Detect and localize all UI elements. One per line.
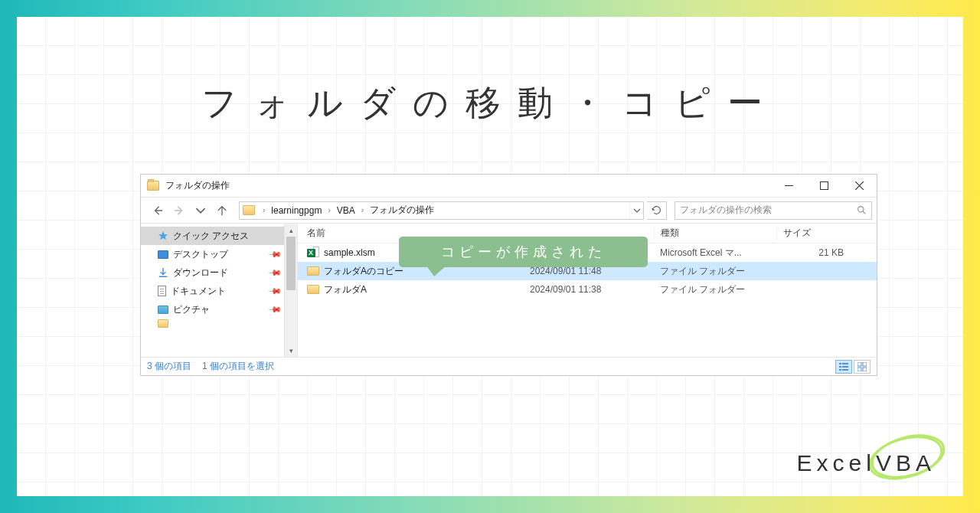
col-type[interactable]: 種類 — [654, 227, 776, 240]
back-button[interactable] — [149, 201, 167, 220]
excel-icon: X — [307, 247, 319, 259]
svg-rect-10 — [863, 362, 867, 366]
cell-date: 2024/09/01 11:38 — [524, 284, 654, 295]
arrow-up-icon — [217, 205, 227, 216]
nav-scrollbar[interactable]: ▴ ▾ — [284, 224, 297, 357]
minimize-icon — [785, 181, 793, 190]
callout-text: コピーが作成された — [441, 243, 606, 261]
status-count: 3 個の項目 — [147, 360, 191, 373]
headline-part3: ・ — [570, 83, 622, 123]
svg-rect-7 — [839, 369, 841, 371]
brand-text: ExcelVBA — [797, 450, 936, 476]
scroll-down-button[interactable]: ▾ — [285, 344, 297, 357]
file-name: フォルダA — [324, 283, 367, 296]
cell-date: 2024/09/01 11:48 — [524, 266, 654, 276]
download-icon — [158, 267, 168, 278]
sidebar-item-desktop[interactable]: デスクトップ 📌 — [141, 245, 297, 263]
svg-rect-4 — [842, 363, 848, 364]
svg-rect-11 — [858, 368, 861, 371]
view-details-button[interactable] — [835, 360, 852, 374]
arrow-left-icon — [152, 205, 163, 216]
minimize-button[interactable] — [771, 175, 806, 198]
chevron-right-icon: › — [361, 206, 364, 214]
sidebar-item-quick-access[interactable]: クイック アクセス — [141, 227, 297, 245]
svg-rect-9 — [858, 362, 861, 366]
folder-icon — [307, 266, 319, 276]
pin-icon: 📌 — [267, 265, 282, 279]
refresh-icon — [652, 205, 662, 215]
star-icon — [158, 230, 168, 241]
sidebar-item-documents[interactable]: ドキュメント 📌 — [141, 282, 297, 300]
breadcrumb-item[interactable]: VBA — [337, 205, 355, 216]
address-dropdown[interactable] — [629, 202, 643, 219]
chevron-right-icon: › — [263, 206, 265, 214]
document-icon — [158, 286, 166, 296]
scroll-thumb[interactable] — [286, 237, 296, 290]
svg-rect-5 — [839, 366, 841, 368]
address-bar[interactable]: › learningpgm › VBA › フォルダの操作 — [239, 201, 644, 220]
pin-icon: 📌 — [267, 302, 282, 316]
headline-part4: コピー — [622, 83, 779, 123]
scroll-track[interactable] — [285, 237, 297, 344]
svg-rect-6 — [842, 366, 848, 368]
forward-button[interactable] — [170, 201, 188, 220]
chevron-right-icon: › — [328, 206, 330, 214]
sidebar-label: ピクチャ — [173, 303, 210, 316]
icons-view-icon — [858, 362, 867, 371]
headline-part2: 移動 — [466, 83, 570, 123]
breadcrumb-item[interactable]: learningpgm — [271, 205, 322, 216]
chevron-down-icon — [195, 205, 206, 216]
svg-point-2 — [858, 207, 864, 212]
cell-type: ファイル フォルダー — [654, 283, 776, 296]
desktop-icon — [158, 250, 168, 259]
window-title: フォルダの操作 — [165, 179, 230, 192]
status-bar: 3 個の項目 1 個の項目を選択 — [141, 357, 877, 375]
headline-part1: フォルダの — [201, 83, 466, 123]
sidebar-label: ダウンロード — [173, 266, 228, 279]
cell-name: フォルダA — [298, 283, 524, 296]
search-placeholder: フォルダの操作の検索 — [680, 204, 857, 217]
file-row[interactable]: フォルダA2024/09/01 11:38ファイル フォルダー — [298, 280, 877, 299]
search-input[interactable]: フォルダの操作の検索 — [675, 201, 872, 220]
explorer-window: フォルダの操作 — [140, 174, 877, 376]
breadcrumb-item[interactable]: フォルダの操作 — [370, 204, 434, 217]
callout-bubble: コピーが作成された — [399, 237, 648, 267]
pin-icon: 📌 — [267, 283, 282, 298]
arrow-right-icon — [174, 205, 185, 216]
folder-icon — [147, 181, 159, 191]
svg-rect-12 — [863, 368, 867, 371]
folder-icon — [243, 205, 255, 215]
search-icon — [857, 205, 867, 215]
sidebar-item-cutoff[interactable] — [141, 319, 297, 328]
scroll-up-button[interactable]: ▴ — [285, 224, 297, 237]
titlebar: フォルダの操作 — [141, 175, 877, 198]
status-selected: 1 個の項目を選択 — [202, 360, 274, 373]
cell-type: ファイル フォルダー — [654, 265, 776, 278]
pin-icon: 📌 — [267, 247, 282, 261]
maximize-button[interactable] — [806, 175, 841, 198]
navbar: › learningpgm › VBA › フォルダの操作 フォルダの操作の検索 — [141, 198, 877, 224]
up-button[interactable] — [213, 201, 231, 220]
folder-icon — [307, 285, 319, 294]
pictures-icon — [158, 306, 168, 314]
sidebar-item-pictures[interactable]: ピクチャ 📌 — [141, 300, 297, 319]
maximize-icon — [820, 181, 828, 190]
view-icons-button[interactable] — [854, 360, 871, 374]
chevron-down-icon — [633, 207, 641, 214]
svg-rect-0 — [785, 185, 793, 186]
folder-icon — [158, 319, 168, 328]
sidebar-label: ドキュメント — [171, 285, 226, 298]
sidebar-item-downloads[interactable]: ダウンロード 📌 — [141, 263, 297, 282]
sidebar-label: クイック アクセス — [173, 230, 249, 243]
close-button[interactable] — [841, 175, 877, 198]
svg-rect-3 — [839, 363, 841, 364]
navigation-pane: クイック アクセス デスクトップ 📌 ダウンロード 📌 ドキュメン — [141, 224, 298, 357]
close-icon — [855, 181, 864, 190]
svg-rect-1 — [820, 182, 828, 190]
cell-type: Microsoft Excel マ... — [654, 247, 776, 260]
file-name: フォルダAのコピー — [324, 265, 403, 278]
refresh-button[interactable] — [647, 201, 667, 220]
col-size[interactable]: サイズ — [776, 227, 853, 240]
recent-button[interactable] — [191, 201, 210, 220]
svg-rect-8 — [842, 369, 848, 371]
